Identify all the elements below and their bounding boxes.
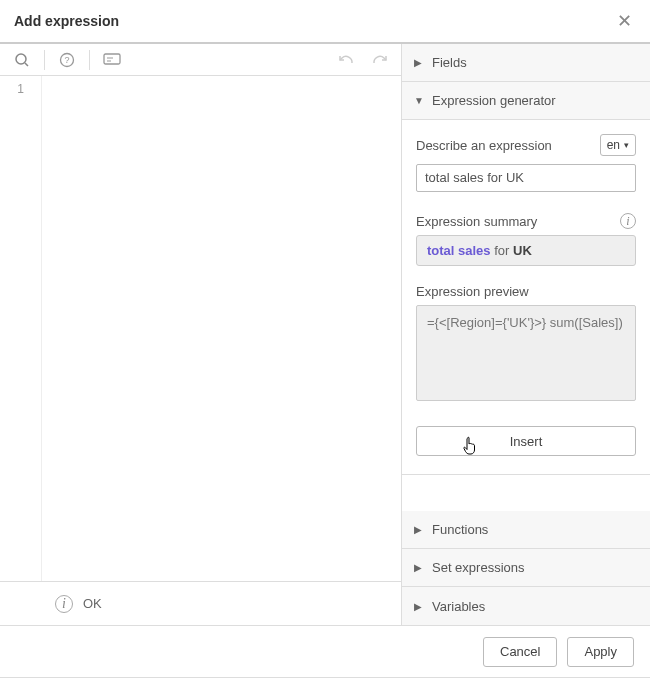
expression-summary-label: Expression summary [416,214,537,229]
chevron-right-icon: ▶ [414,601,424,612]
chevron-right-icon: ▶ [414,524,424,535]
info-icon[interactable]: i [620,213,636,229]
variables-label: Variables [432,599,485,614]
side-panel: ▶ Fields ▼ Expression generator Describe… [402,44,650,625]
accordion-fields[interactable]: ▶ Fields [402,44,650,82]
accordion-expression-generator[interactable]: ▼ Expression generator [402,82,650,120]
fields-label: Fields [432,55,467,70]
language-value: en [607,138,620,152]
editor-body: 1 [0,76,401,581]
accordion-set-expressions[interactable]: ▶ Set expressions [402,549,650,587]
svg-rect-4 [104,54,120,64]
expression-generator-body: Describe an expression en ▾ Expression s… [402,120,650,475]
describe-row: Describe an expression en ▾ [416,134,636,156]
comment-icon[interactable] [98,46,126,74]
editor-column: ? 1 i [0,44,402,625]
svg-text:?: ? [64,55,69,65]
preview-label-row: Expression preview [416,284,636,299]
chevron-right-icon: ▶ [414,562,424,573]
undo-icon[interactable] [333,46,361,74]
summary-label-row: Expression summary i [416,213,636,229]
svg-line-1 [25,63,28,66]
toolbar-separator [44,50,45,70]
redo-icon[interactable] [365,46,393,74]
chevron-right-icon: ▶ [414,57,424,68]
describe-expression-input[interactable] [416,164,636,192]
dialog-footer: Cancel Apply [0,625,650,677]
toolbar-separator [89,50,90,70]
insert-button[interactable]: Insert [416,426,636,456]
titlebar: Add expression ✕ [0,0,650,44]
summary-for: for [491,243,513,258]
language-select[interactable]: en ▾ [600,134,636,156]
expression-summary: total sales for UK [416,235,636,266]
summary-metric: total sales [427,243,491,258]
svg-point-0 [16,54,26,64]
line-gutter: 1 [0,76,42,581]
cursor-icon [461,435,481,457]
workarea: ? 1 i [0,44,650,625]
add-expression-dialog: Add expression ✕ ? [0,0,650,678]
chevron-down-icon: ▼ [414,95,424,106]
chevron-down-icon: ▾ [624,140,629,150]
help-icon[interactable]: ? [53,46,81,74]
insert-label: Insert [510,434,543,449]
dialog-title: Add expression [14,13,119,29]
expression-preview [416,305,636,401]
accordion-functions[interactable]: ▶ Functions [402,511,650,549]
info-icon: i [55,595,73,613]
cancel-button[interactable]: Cancel [483,637,557,667]
line-number: 1 [0,82,41,96]
status-bar: i OK [0,581,401,625]
apply-button[interactable]: Apply [567,637,634,667]
generator-label: Expression generator [432,93,556,108]
expression-preview-label: Expression preview [416,284,529,299]
search-icon[interactable] [8,46,36,74]
describe-label: Describe an expression [416,138,552,153]
expression-code-area[interactable] [42,76,401,581]
close-icon[interactable]: ✕ [613,6,636,36]
set-expressions-label: Set expressions [432,560,525,575]
status-text: OK [83,596,102,611]
accordion-variables[interactable]: ▶ Variables [402,587,650,625]
panel-spacer [402,475,650,511]
editor-toolbar: ? [0,44,401,76]
summary-dimension: UK [513,243,532,258]
functions-label: Functions [432,522,488,537]
